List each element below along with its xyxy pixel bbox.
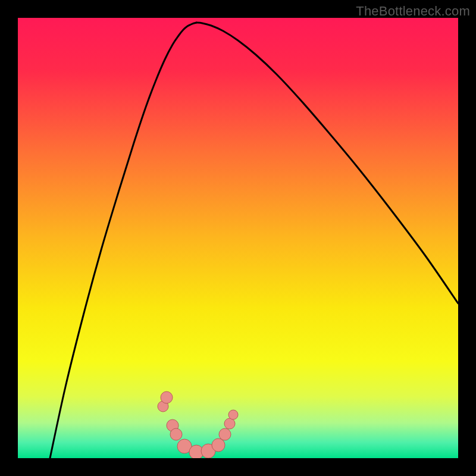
marker-dot bbox=[219, 428, 231, 440]
attribution-watermark: TheBottleneck.com bbox=[356, 4, 470, 19]
outer-frame: TheBottleneck.com bbox=[0, 0, 476, 476]
marker-dot bbox=[224, 418, 235, 429]
gradient-background bbox=[18, 18, 458, 458]
plot-area bbox=[18, 18, 458, 458]
marker-dot bbox=[161, 392, 173, 403]
marker-dot bbox=[212, 439, 225, 452]
marker-dot bbox=[170, 428, 182, 440]
chart-canvas bbox=[18, 18, 458, 458]
marker-dot bbox=[228, 410, 238, 419]
